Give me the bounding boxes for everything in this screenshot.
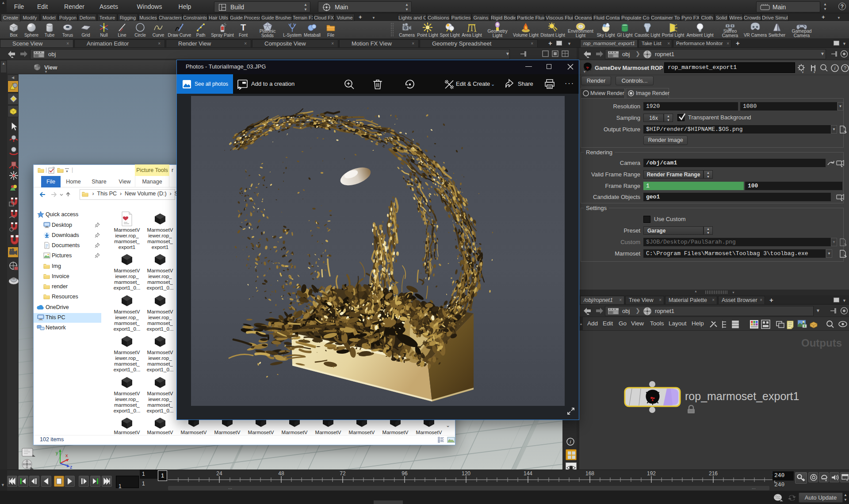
svg-text:216: 216	[709, 470, 718, 477]
svg-text:?: ?	[844, 65, 846, 71]
svg-text:48: 48	[278, 470, 284, 477]
svg-text:24: 24	[216, 470, 222, 477]
svg-text:96: 96	[402, 470, 408, 477]
svg-text:z: z	[70, 464, 73, 469]
svg-text:144: 144	[524, 470, 532, 477]
svg-text:72: 72	[340, 470, 346, 477]
svg-text:192: 192	[647, 470, 656, 477]
svg-text:x: x	[65, 453, 68, 458]
svg-text:168: 168	[585, 470, 594, 477]
svg-text:y: y	[56, 450, 58, 455]
svg-text:i: i	[834, 65, 836, 71]
svg-text:120: 120	[462, 470, 470, 477]
svg-text:i: i	[570, 439, 571, 444]
